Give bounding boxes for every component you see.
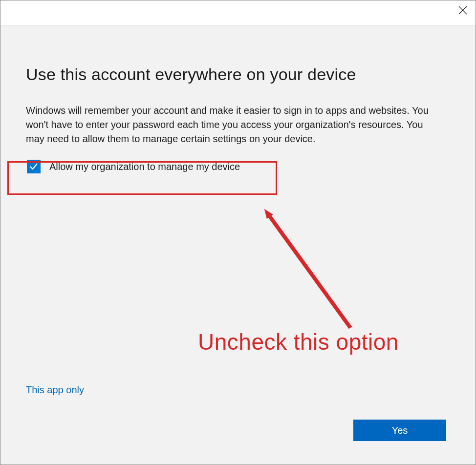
dialog-heading: Use this account everywhere on your devi… — [26, 65, 447, 84]
titlebar — [0, 0, 476, 26]
checkbox-row[interactable]: Allow my organization to manage my devic… — [26, 155, 243, 178]
close-icon — [458, 6, 467, 15]
dialog-body: Windows will remember your account and m… — [26, 104, 436, 146]
close-button[interactable] — [450, 0, 476, 20]
allow-manage-checkbox[interactable] — [27, 160, 41, 173]
this-app-only-link[interactable]: This app only — [26, 384, 84, 396]
checkbox-label: Allow my organization to manage my devic… — [49, 161, 240, 172]
checkmark-icon — [29, 162, 39, 171]
dialog-content: Use this account everywhere on your devi… — [0, 26, 476, 465]
yes-button[interactable]: Yes — [353, 420, 446, 441]
